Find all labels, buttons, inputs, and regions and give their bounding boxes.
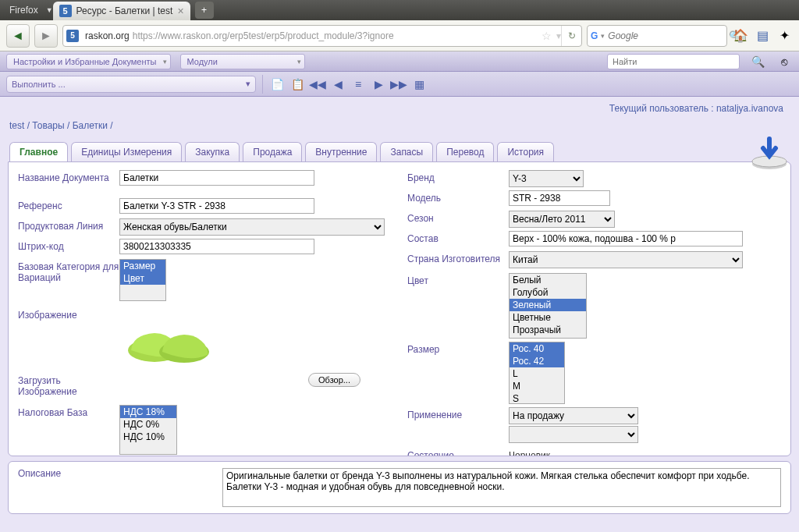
breadcrumb-item[interactable]: Балетки	[73, 120, 108, 131]
current-user: Текущий пользователь : nataljya.ivanova	[6, 101, 793, 119]
browser-search[interactable]: G ▾ 🔍	[587, 25, 727, 47]
firefox-menu-arrow[interactable]: ▼	[46, 6, 53, 14]
erp-actionbar: Выполнить ... ▾ 📄 📋 ◀◀ ◀ ≡ ▶ ▶▶ ▦	[0, 72, 799, 97]
usage-select-2[interactable]	[509, 426, 638, 443]
bookmark-star-icon[interactable]: ☆	[537, 30, 556, 42]
color-listbox[interactable]: Белый Голубой Зеленый Цветные Прозрачый	[509, 273, 587, 339]
state-label: Состояние	[407, 448, 509, 456]
usage-label: Применение	[407, 407, 509, 420]
reference-field[interactable]	[119, 198, 314, 214]
tab-history[interactable]: История	[497, 142, 554, 161]
product-line-select[interactable]: Женская обувь/Балетки	[119, 218, 385, 236]
addon-icon[interactable]: ✦	[776, 27, 793, 44]
size-label: Размер	[407, 342, 509, 355]
tax-label: Налоговая База	[18, 405, 119, 418]
doc-name-label: Название Документа	[18, 170, 119, 183]
breadcrumb-root[interactable]: test	[9, 120, 24, 131]
erp-search-input[interactable]	[613, 57, 734, 66]
google-icon: G	[591, 30, 598, 42]
tab-sale[interactable]: Продажа	[243, 142, 302, 161]
url-domain: raskon.org	[82, 30, 133, 41]
variation-listbox[interactable]: Размер Цвет	[119, 259, 166, 301]
tabs-row: Главное Единицы Измерения Закупка Продаж…	[6, 142, 793, 161]
erp-content: Текущий пользователь : nataljya.ivanova …	[0, 97, 799, 532]
brand-select[interactable]: Y-3	[509, 170, 584, 187]
tab-translation[interactable]: Перевод	[436, 142, 494, 161]
variation-label: Базовая Категория для Вариаций	[18, 259, 119, 283]
breadcrumb-module[interactable]: Товары	[32, 120, 64, 131]
home-icon[interactable]: 🏠	[732, 27, 749, 44]
browser-titlebar: Firefox ▼ 5 Ресурс - Балетки | test × +	[0, 0, 799, 20]
chevron-down-icon: ▾	[297, 58, 301, 66]
bookmarks-icon[interactable]: ▤	[754, 27, 771, 44]
chevron-down-icon: ▾	[163, 58, 167, 66]
model-label: Модель	[407, 190, 509, 204]
composition-field[interactable]	[509, 231, 743, 246]
barcode-label: Штрих-код	[18, 239, 119, 252]
erp-search[interactable]	[607, 54, 740, 69]
state-value: Черновик	[509, 448, 550, 456]
tab-title: Ресурс - Балетки | test	[76, 5, 173, 16]
breadcrumb: test / Товары / Балетки /	[6, 119, 793, 142]
image-label: Изображение	[18, 307, 119, 321]
url-bar[interactable]: 5 raskon.org https://www.raskon.org/erp5…	[62, 25, 582, 47]
composition-label: Состав	[407, 231, 509, 244]
settings-dropdown[interactable]: Настройки и Избранные Документы ▾	[6, 54, 171, 69]
modules-dropdown[interactable]: Модули ▾	[180, 54, 305, 69]
description-panel: Описание	[8, 461, 791, 514]
last-icon[interactable]: ▶▶	[391, 76, 407, 92]
browser-name: Firefox	[3, 5, 44, 16]
model-field[interactable]	[509, 190, 610, 206]
url-favicon: 5	[66, 30, 79, 42]
back-button[interactable]: ◄	[6, 24, 30, 48]
new-doc-icon[interactable]: 📄	[269, 76, 285, 92]
first-icon[interactable]: ◀◀	[310, 76, 325, 92]
search-icon[interactable]: 🔍	[749, 53, 766, 70]
erp-topbar: Настройки и Избранные Документы ▾ Модули…	[0, 51, 799, 72]
new-tab-button[interactable]: +	[195, 2, 214, 19]
execute-dropdown[interactable]: Выполнить ... ▾	[6, 76, 256, 93]
chevron-down-icon: ▾	[246, 79, 250, 89]
tab-stock[interactable]: Запасы	[380, 142, 433, 161]
form-left-col: Название Документа Референс Продуктовая …	[18, 170, 392, 448]
search-input[interactable]	[608, 30, 726, 41]
next-icon[interactable]: ▶	[371, 76, 386, 92]
browser-navbar: ◄ ► 5 raskon.org https://www.raskon.org/…	[0, 20, 799, 51]
usage-select[interactable]: На продажу	[509, 407, 638, 424]
list-icon[interactable]: ≡	[350, 76, 366, 92]
product-line-label: Продуктовая Линия	[18, 218, 119, 232]
tab-units[interactable]: Единицы Измерения	[71, 142, 182, 161]
country-select[interactable]: Китай	[509, 251, 743, 268]
exit-icon[interactable]: ⎋	[776, 53, 793, 70]
tab-purchase[interactable]: Закупка	[185, 142, 240, 161]
brand-label: Бренд	[407, 170, 509, 183]
copy-doc-icon[interactable]: 📋	[289, 76, 305, 92]
browse-button[interactable]: Обзор...	[308, 373, 360, 387]
country-label: Страна Изготовителя	[407, 251, 509, 264]
upload-label: Загрузить Изображение	[18, 373, 119, 397]
description-label: Описание	[18, 468, 213, 507]
season-select[interactable]: Весна/Лето 2011	[509, 211, 615, 228]
browser-tab[interactable]: 5 Ресурс - Балетки | test ×	[53, 2, 190, 20]
form-right-col: Бренд Y-3 Модель Сезон Весна/Лето 2011 С…	[407, 170, 781, 448]
tab-main[interactable]: Главное	[9, 142, 68, 161]
site-favicon: 5	[59, 5, 72, 17]
reference-label: Референс	[18, 198, 119, 211]
doc-name-field[interactable]	[119, 170, 314, 186]
size-listbox[interactable]: Рос. 40 Рос. 42 L M S	[509, 342, 565, 404]
barcode-field[interactable]	[119, 239, 314, 254]
url-path: https://www.raskon.org/erp5test/erp5/pro…	[133, 30, 537, 41]
tax-listbox[interactable]: НДС 18% НДС 0% НДС 10%	[119, 405, 177, 455]
tab-internal[interactable]: Внутренние	[305, 142, 377, 161]
color-label: Цвет	[407, 273, 509, 286]
forward-button: ►	[34, 24, 58, 48]
description-field[interactable]	[222, 468, 781, 507]
prev-icon[interactable]: ◀	[330, 76, 346, 92]
season-label: Сезон	[407, 211, 509, 224]
reload-icon[interactable]: ↻	[561, 26, 581, 46]
grid-icon[interactable]: ▦	[411, 76, 427, 92]
form-panel: Название Документа Референс Продуктовая …	[8, 161, 791, 456]
tab-close-icon[interactable]: ×	[177, 5, 183, 17]
product-image	[119, 307, 221, 370]
download-icon[interactable]	[751, 136, 788, 170]
